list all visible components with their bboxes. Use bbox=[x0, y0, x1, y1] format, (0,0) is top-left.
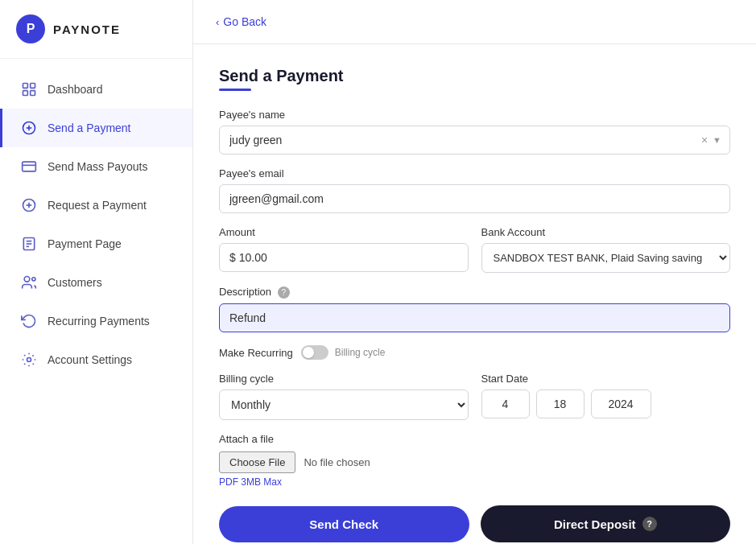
payee-name-input[interactable] bbox=[229, 126, 701, 154]
request-payment-icon bbox=[20, 196, 38, 214]
start-date-month-input[interactable] bbox=[481, 389, 530, 418]
logo-icon: P bbox=[16, 14, 45, 43]
description-group: Description ? bbox=[219, 286, 730, 332]
start-date-day-input[interactable] bbox=[536, 389, 585, 418]
svg-rect-0 bbox=[23, 84, 28, 89]
send-check-button[interactable]: Send Check bbox=[219, 506, 469, 542]
description-input[interactable] bbox=[219, 303, 730, 332]
sidebar-item-mass-payouts-label: Send Mass Payouts bbox=[48, 160, 148, 173]
sidebar-item-payment-page-label: Payment Page bbox=[48, 237, 122, 250]
sidebar-item-request-payment[interactable]: Request a Payment bbox=[0, 186, 192, 225]
form-card: Send a Payment Payee's name × ▼ Payee's … bbox=[193, 44, 756, 544]
direct-deposit-label: Direct Deposit bbox=[554, 517, 636, 531]
attach-file-group: Attach a file Choose File No file chosen… bbox=[219, 433, 730, 488]
choose-file-button[interactable]: Choose File bbox=[219, 451, 295, 473]
logo-text: PAYNOTE bbox=[53, 23, 121, 36]
make-recurring-label: Make Recurring bbox=[219, 347, 293, 359]
title-underline bbox=[219, 89, 251, 91]
no-file-text: No file chosen bbox=[304, 456, 370, 468]
mass-payouts-icon bbox=[20, 158, 38, 175]
sidebar-item-recurring-payments[interactable]: Recurring Payments bbox=[0, 302, 192, 340]
svg-rect-3 bbox=[31, 91, 35, 96]
make-recurring-toggle[interactable] bbox=[301, 345, 328, 360]
account-settings-icon bbox=[20, 351, 38, 369]
svg-rect-7 bbox=[23, 162, 36, 171]
payee-name-label: Payee's name bbox=[219, 109, 730, 121]
top-bar: ‹ Go Back bbox=[193, 0, 756, 44]
attach-file-label: Attach a file bbox=[219, 433, 730, 445]
actions-row: Send Check Direct Deposit ? bbox=[219, 505, 730, 542]
recurring-payments-icon bbox=[20, 312, 38, 330]
svg-point-18 bbox=[27, 358, 31, 362]
billing-start-row: Billing cycle WeeklyMonthlyQuarterlyYear… bbox=[219, 373, 730, 420]
go-back-button[interactable]: ‹ Go Back bbox=[216, 15, 266, 28]
sidebar-item-account-settings[interactable]: Account Settings bbox=[0, 340, 192, 379]
bank-account-label: Bank Account bbox=[481, 226, 731, 238]
content-area: Send a Payment Payee's name × ▼ Payee's … bbox=[193, 44, 756, 544]
payee-name-group: Payee's name × ▼ bbox=[219, 109, 730, 155]
sidebar-item-request-payment-label: Request a Payment bbox=[48, 199, 147, 212]
sidebar-item-recurring-payments-label: Recurring Payments bbox=[48, 315, 150, 328]
dashboard-icon bbox=[20, 80, 38, 98]
amount-group: Amount bbox=[219, 226, 469, 273]
billing-cycle-group: Billing cycle WeeklyMonthlyQuarterlyYear… bbox=[219, 373, 469, 420]
payee-name-clear-icon[interactable]: × bbox=[701, 134, 708, 146]
amount-input[interactable] bbox=[219, 243, 469, 272]
sidebar-nav: Dashboard Send a Payment Send Mass Payou… bbox=[0, 59, 192, 390]
logo-area: P PAYNOTE bbox=[0, 0, 192, 59]
payee-name-wrapper: × ▼ bbox=[219, 126, 730, 155]
sidebar: P PAYNOTE Dashboard Send a Payment Send … bbox=[0, 0, 193, 544]
billing-cycle-label: Billing cycle bbox=[219, 373, 469, 385]
sidebar-item-send-payment[interactable]: Send a Payment bbox=[0, 109, 192, 147]
toggle-label: Billing cycle bbox=[335, 347, 386, 358]
go-back-label: Go Back bbox=[223, 15, 266, 28]
page-title: Send a Payment bbox=[219, 67, 730, 85]
start-date-year-input[interactable] bbox=[591, 389, 651, 418]
customers-icon bbox=[20, 274, 38, 291]
sidebar-item-mass-payouts[interactable]: Send Mass Payouts bbox=[0, 147, 192, 186]
sidebar-item-dashboard[interactable]: Dashboard bbox=[0, 70, 192, 109]
payee-email-group: Payee's email bbox=[219, 167, 730, 213]
amount-label: Amount bbox=[219, 226, 469, 238]
sidebar-item-customers[interactable]: Customers bbox=[0, 263, 192, 302]
description-help-icon[interactable]: ? bbox=[278, 286, 290, 299]
svg-rect-1 bbox=[31, 84, 35, 89]
toggle-knob bbox=[303, 347, 314, 358]
make-recurring-row: Make Recurring Billing cycle bbox=[219, 345, 730, 360]
send-payment-icon bbox=[20, 119, 38, 137]
payee-email-input[interactable] bbox=[219, 184, 730, 213]
billing-cycle-select[interactable]: WeeklyMonthlyQuarterlyYearly bbox=[219, 389, 469, 420]
date-row bbox=[481, 389, 731, 418]
svg-rect-2 bbox=[23, 91, 28, 96]
sidebar-item-send-payment-label: Send a Payment bbox=[48, 122, 131, 134]
bank-account-group: Bank Account SANDBOX TEST BANK, Plaid Sa… bbox=[481, 226, 731, 273]
svg-point-17 bbox=[32, 278, 35, 281]
sidebar-item-payment-page[interactable]: Payment Page bbox=[0, 225, 192, 263]
direct-deposit-button[interactable]: Direct Deposit ? bbox=[481, 505, 731, 542]
toggle-wrapper: Billing cycle bbox=[301, 345, 386, 360]
direct-deposit-help-icon: ? bbox=[642, 517, 657, 531]
payment-page-icon bbox=[20, 235, 38, 253]
payee-email-label: Payee's email bbox=[219, 167, 730, 179]
bank-account-select[interactable]: SANDBOX TEST BANK, Plaid Saving savingSA… bbox=[481, 243, 731, 273]
pdf-note: PDF 3MB Max bbox=[219, 476, 730, 488]
sidebar-item-account-settings-label: Account Settings bbox=[48, 353, 132, 366]
sidebar-item-customers-label: Customers bbox=[48, 276, 102, 289]
start-date-group: Start Date bbox=[481, 373, 731, 420]
start-date-label: Start Date bbox=[481, 373, 731, 385]
sidebar-item-dashboard-label: Dashboard bbox=[48, 83, 103, 96]
description-label: Description ? bbox=[219, 286, 730, 299]
payee-name-controls: × ▼ bbox=[701, 134, 721, 146]
main-content: ‹ Go Back Send a Payment Payee's name × … bbox=[193, 0, 756, 544]
svg-point-16 bbox=[24, 277, 30, 282]
go-back-chevron-icon: ‹ bbox=[216, 16, 219, 28]
amount-bank-row: Amount Bank Account SANDBOX TEST BANK, P… bbox=[219, 226, 730, 286]
payee-name-dropdown-icon[interactable]: ▼ bbox=[713, 135, 721, 145]
file-row: Choose File No file chosen bbox=[219, 451, 730, 473]
